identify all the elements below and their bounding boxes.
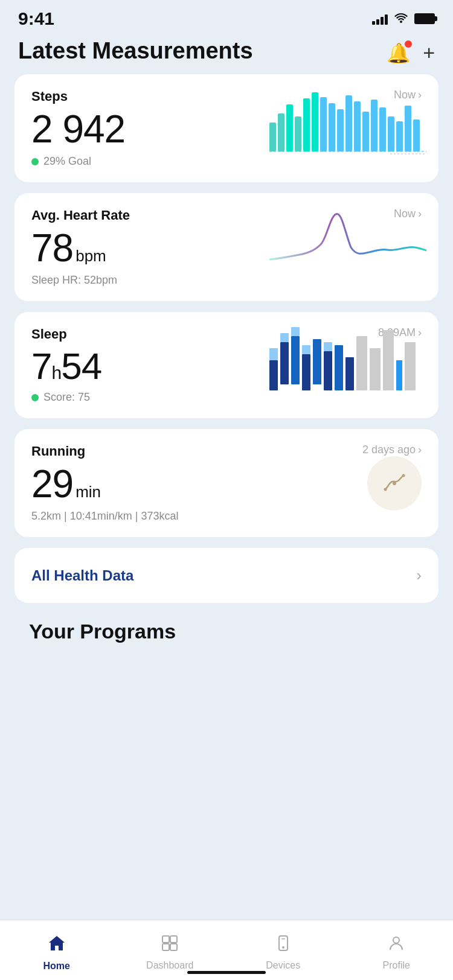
goal-dot (31, 158, 39, 165)
svg-rect-30 (324, 342, 332, 351)
svg-rect-13 (371, 100, 378, 151)
svg-rect-28 (313, 339, 321, 384)
home-indicator (187, 971, 266, 974)
devices-icon (274, 934, 292, 956)
svg-rect-17 (405, 106, 411, 151)
svg-rect-14 (379, 107, 386, 151)
hr-label: Avg. Heart Rate (31, 208, 130, 223)
wifi-icon (394, 12, 408, 26)
page-title: Latest Measurements (18, 39, 253, 64)
svg-rect-21 (269, 348, 278, 360)
hr-chart (269, 205, 426, 284)
status-icons (372, 12, 435, 26)
hr-value: 78 (31, 226, 73, 270)
header: Latest Measurements 🔔 + (0, 34, 453, 74)
sleep-chart-svg (269, 324, 426, 396)
add-button[interactable]: + (423, 41, 435, 65)
svg-rect-12 (362, 112, 369, 151)
svg-point-40 (402, 474, 405, 477)
svg-rect-26 (302, 354, 310, 390)
svg-rect-5 (303, 98, 310, 151)
svg-rect-11 (354, 101, 361, 151)
status-bar: 9:41 (0, 0, 453, 34)
svg-rect-6 (312, 92, 318, 151)
scroll-content: Steps Now › 2 942 29% Goal (0, 74, 453, 710)
nav-profile[interactable]: Profile (340, 920, 454, 980)
hr-chart-svg (269, 205, 426, 284)
notification-dot (405, 40, 412, 48)
svg-rect-36 (396, 360, 402, 390)
running-unit: min (76, 483, 101, 501)
svg-rect-35 (383, 330, 394, 390)
steps-chart-svg (269, 86, 426, 165)
chevron-icon: › (418, 444, 422, 456)
all-health-label: All Health Data (31, 567, 133, 584)
all-health-chevron-icon: › (416, 566, 422, 585)
svg-rect-15 (388, 116, 394, 151)
svg-rect-23 (280, 333, 289, 342)
notification-button[interactable]: 🔔 (387, 42, 411, 65)
programs-title: Your Programs (29, 620, 424, 643)
nav-home[interactable]: Home (0, 920, 114, 980)
svg-rect-22 (280, 342, 289, 384)
home-icon (47, 934, 66, 957)
heart-rate-card[interactable]: Avg. Heart Rate Now › 78 bpm Sleep HR: 5… (14, 193, 439, 301)
svg-rect-1 (269, 122, 276, 151)
running-map-icon (367, 456, 422, 511)
score-dot (31, 394, 39, 401)
svg-rect-43 (162, 944, 169, 950)
svg-rect-37 (405, 342, 416, 390)
running-time: 2 days ago › (362, 444, 422, 456)
svg-rect-10 (345, 95, 352, 151)
svg-point-48 (393, 937, 399, 943)
svg-rect-33 (356, 336, 367, 390)
svg-rect-47 (281, 938, 285, 940)
running-label: Running (31, 444, 85, 459)
svg-rect-25 (291, 327, 300, 336)
steps-value: 2 942 (31, 107, 125, 151)
svg-rect-32 (345, 357, 354, 390)
nav-devices-label: Devices (266, 960, 300, 971)
programs-section: Your Programs (14, 614, 439, 643)
running-sub: 5.2km | 10:41min/km | 373kcal (31, 510, 422, 523)
running-value-row: 29 min (31, 462, 422, 506)
svg-rect-3 (286, 104, 293, 151)
svg-point-39 (384, 488, 387, 491)
nav-dashboard-label: Dashboard (146, 960, 193, 971)
running-card-top: Running 2 days ago › (31, 444, 422, 459)
svg-rect-44 (170, 944, 177, 950)
status-time: 9:41 (18, 8, 54, 29)
svg-rect-9 (337, 109, 344, 151)
svg-rect-24 (291, 336, 300, 384)
profile-icon (387, 934, 405, 956)
svg-rect-27 (302, 345, 310, 354)
nav-home-label: Home (43, 961, 70, 972)
svg-rect-34 (370, 348, 381, 390)
svg-rect-7 (320, 97, 327, 151)
steps-card[interactable]: Steps Now › 2 942 29% Goal (14, 74, 439, 182)
svg-rect-4 (295, 116, 301, 151)
svg-rect-18 (413, 119, 420, 151)
running-value: 29 (31, 462, 73, 506)
sleep-hours: 7h54 (31, 345, 101, 387)
nav-profile-label: Profile (383, 960, 410, 971)
battery-icon (414, 13, 435, 24)
dashboard-icon (161, 934, 179, 956)
sleep-card[interactable]: Sleep 8:39AM › 7h54 Score: 75 (14, 312, 439, 418)
svg-rect-2 (278, 113, 284, 151)
steps-chart (269, 86, 426, 165)
sleep-chart (269, 324, 426, 402)
hr-unit: bpm (76, 247, 106, 266)
svg-rect-20 (269, 360, 278, 390)
svg-rect-29 (324, 351, 332, 390)
signal-icon (372, 13, 388, 25)
svg-rect-16 (396, 121, 403, 151)
header-actions: 🔔 + (387, 39, 435, 65)
svg-point-46 (282, 946, 284, 949)
sleep-label: Sleep (31, 326, 67, 342)
svg-rect-42 (170, 936, 177, 943)
all-health-button[interactable]: All Health Data › (14, 548, 439, 603)
running-card[interactable]: Running 2 days ago › 29 min 5.2km | 10:4… (14, 429, 439, 537)
steps-label: Steps (31, 89, 68, 104)
svg-rect-31 (335, 345, 343, 390)
